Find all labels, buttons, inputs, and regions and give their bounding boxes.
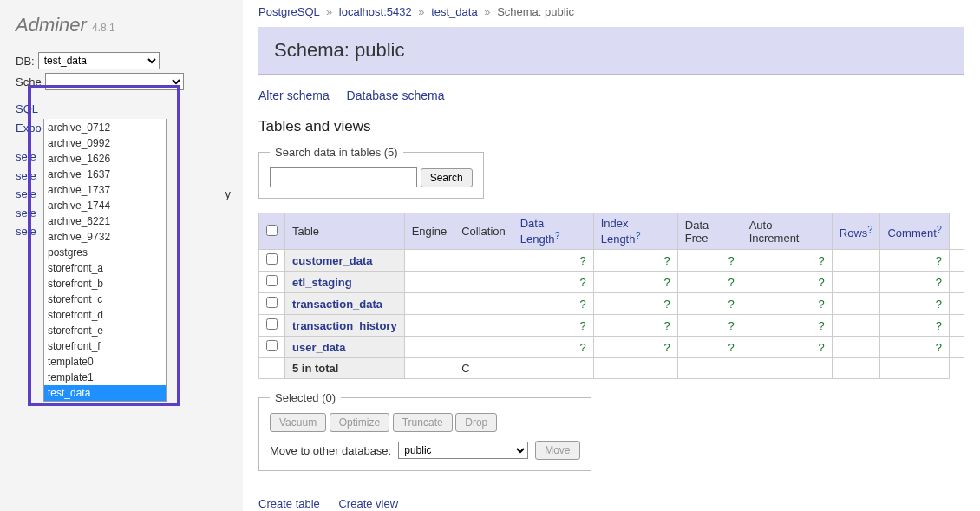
refresh-link[interactable]: ? <box>664 319 670 332</box>
refresh-link[interactable]: ? <box>728 254 734 267</box>
db-option[interactable]: storefront_d <box>44 307 166 323</box>
db-select[interactable]: test_data <box>38 52 160 69</box>
vacuum-button[interactable]: Vacuum <box>270 413 326 432</box>
refresh-link[interactable]: ? <box>664 298 670 311</box>
db-option[interactable]: archive_1744 <box>44 198 166 213</box>
db-option[interactable]: storefront_a <box>44 260 166 276</box>
search-button[interactable]: Search <box>421 168 473 187</box>
table-link[interactable]: customer_data <box>292 254 372 267</box>
select-all-checkbox[interactable] <box>266 225 278 236</box>
refresh-link[interactable]: ? <box>579 254 585 267</box>
refresh-link[interactable]: ? <box>579 341 585 354</box>
export-link[interactable]: Expo <box>16 121 42 134</box>
refresh-link[interactable]: ? <box>728 298 734 311</box>
refresh-link[interactable]: ? <box>819 341 825 354</box>
selected-legend: Selected (0) <box>270 391 341 404</box>
crumb-database[interactable]: test_data <box>431 5 478 18</box>
select-link-1[interactable]: sele <box>16 169 36 182</box>
refresh-link[interactable]: ? <box>819 298 825 311</box>
col-rows[interactable]: Rows? <box>832 213 880 250</box>
help-icon[interactable]: ? <box>937 224 942 234</box>
refresh-link[interactable]: ? <box>728 341 734 354</box>
truncate-button[interactable]: Truncate <box>393 413 453 432</box>
crumb-server[interactable]: localhost:5432 <box>339 5 412 18</box>
col-engine[interactable]: Engine <box>404 213 454 250</box>
col-data-free[interactable]: Data Free <box>677 213 742 250</box>
refresh-link[interactable]: ? <box>728 319 734 332</box>
col-index-length[interactable]: Index Length? <box>593 213 677 250</box>
refresh-link[interactable]: ? <box>579 298 585 311</box>
db-option[interactable]: archive_9732 <box>44 229 166 245</box>
col-data-length[interactable]: Data Length? <box>513 213 593 250</box>
table-row: transaction_data????? <box>259 293 964 315</box>
database-schema-link[interactable]: Database schema <box>347 88 445 102</box>
schema-label-frag: Sche <box>16 75 42 88</box>
select-link-4[interactable]: sele <box>16 225 36 238</box>
db-option[interactable]: storefront_e <box>44 323 166 338</box>
search-input[interactable] <box>270 167 417 187</box>
col-comment[interactable]: Comment? <box>880 213 949 250</box>
refresh-link[interactable]: ? <box>664 276 670 289</box>
db-option[interactable]: archive_1637 <box>44 167 166 182</box>
search-fieldset: Search data in tables (5) Search <box>258 146 484 199</box>
select-link-2[interactable]: sele <box>16 186 36 203</box>
refresh-link[interactable]: ? <box>819 319 825 332</box>
db-option[interactable]: archive_1626 <box>44 151 166 167</box>
db-option[interactable]: template1 <box>44 370 166 385</box>
table-link[interactable]: transaction_history <box>292 319 397 332</box>
create-table-link[interactable]: Create table <box>258 497 320 510</box>
refresh-link[interactable]: ? <box>579 319 585 332</box>
refresh-link[interactable]: ? <box>936 276 942 289</box>
refresh-link[interactable]: ? <box>819 254 825 267</box>
db-option[interactable]: postgres <box>44 245 166 260</box>
crumb-driver[interactable]: PostgreSQL <box>258 5 319 18</box>
refresh-link[interactable]: ? <box>579 276 585 289</box>
brand: Adminer 4.8.1 <box>16 14 231 36</box>
schema-select[interactable] <box>45 73 184 90</box>
refresh-link[interactable]: ? <box>664 341 670 354</box>
row-checkbox[interactable] <box>266 340 278 351</box>
refresh-link[interactable]: ? <box>664 254 670 267</box>
db-option[interactable]: archive_0712 <box>44 120 166 135</box>
select-link-3[interactable]: sele <box>16 206 36 219</box>
db-option[interactable]: storefront_b <box>44 276 166 292</box>
select-link-0[interactable]: sele <box>16 150 36 163</box>
help-icon[interactable]: ? <box>635 230 640 240</box>
row-checkbox[interactable] <box>266 253 278 265</box>
table-link[interactable]: etl_staging <box>292 276 352 289</box>
db-option[interactable]: template0 <box>44 354 166 370</box>
refresh-link[interactable]: ? <box>936 298 942 311</box>
help-icon[interactable]: ? <box>555 230 560 240</box>
refresh-link[interactable]: ? <box>936 319 942 332</box>
drop-button[interactable]: Drop <box>455 413 497 432</box>
move-target-select[interactable]: public <box>398 442 528 459</box>
db-option[interactable]: archive_1737 <box>44 182 166 198</box>
refresh-link[interactable]: ? <box>728 276 734 289</box>
sql-command-link[interactable]: SQL <box>16 102 38 115</box>
db-option[interactable]: archive_6221 <box>44 213 166 229</box>
refresh-link[interactable]: ? <box>936 254 942 267</box>
table-link[interactable]: user_data <box>292 341 345 354</box>
page-title: Schema: public <box>258 27 964 75</box>
row-checkbox[interactable] <box>266 297 278 308</box>
row-checkbox[interactable] <box>266 275 278 286</box>
db-option[interactable]: storefront_c <box>44 292 166 307</box>
search-legend: Search data in tables (5) <box>270 146 403 159</box>
move-button[interactable]: Move <box>535 441 579 460</box>
table-link[interactable]: transaction_data <box>292 298 382 311</box>
db-dropdown-expanded[interactable]: archive_0362archive_0367archive_0712arch… <box>43 119 167 402</box>
help-icon[interactable]: ? <box>867 224 872 234</box>
db-option[interactable]: storefront_f <box>44 338 166 354</box>
db-option[interactable]: test_data <box>44 385 166 401</box>
optimize-button[interactable]: Optimize <box>330 413 389 432</box>
col-collation[interactable]: Collation <box>454 213 513 250</box>
refresh-link[interactable]: ? <box>936 341 942 354</box>
col-auto-increment[interactable]: Auto Increment <box>742 213 832 250</box>
row-checkbox[interactable] <box>266 318 278 330</box>
create-links: Create table Create view <box>258 497 964 510</box>
create-view-link[interactable]: Create view <box>338 497 398 510</box>
db-option[interactable]: archive_0992 <box>44 135 166 151</box>
col-table[interactable]: Table <box>285 213 405 250</box>
refresh-link[interactable]: ? <box>819 276 825 289</box>
alter-schema-link[interactable]: Alter schema <box>258 88 330 102</box>
